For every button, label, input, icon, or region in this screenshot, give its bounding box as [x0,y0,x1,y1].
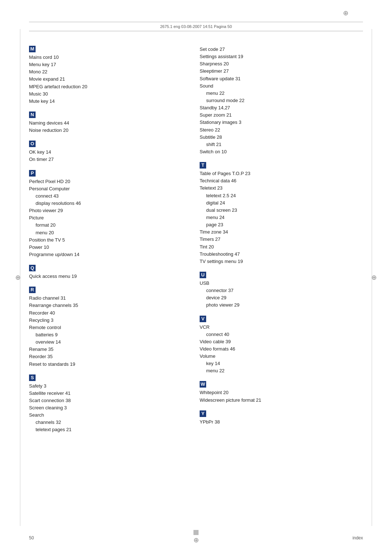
list-item: Tint 20 [200,243,363,251]
section-Q: Q Quick access menu 19 [29,265,185,280]
crosshair-right-icon: ⊕ [371,274,377,281]
list-item: batteries 9 [29,331,185,339]
list-item: Music 30 [29,90,185,98]
list-item: Screen cleaning 3 [29,404,185,412]
entries-P: Perfect Pixel HD 20 Personal Computer co… [29,178,185,259]
list-item: connect 43 [29,193,185,200]
entries-N: Naming devices 44 Noise reduction 20 [29,119,185,134]
section-R: R Radio channel 31 Rearrange channels 35… [29,287,185,368]
entries-W: Whitepoint 20 Widescreen picture format … [200,389,363,404]
entries-S-continued: Set code 27 Settings assistant 19 Sharpn… [200,46,363,155]
list-item: Time zone 34 [200,228,363,236]
left-column: M Mains cord 10 Menu key 17 Mono 22 Movi… [29,46,196,440]
footer-label: index [352,535,363,540]
list-item: photo viewer 29 [200,301,363,309]
list-item: Photo viewer 29 [29,207,185,214]
list-item: Whitepoint 20 [200,389,363,396]
page-footer: 50 index [29,535,363,540]
list-item: Satellite receiver 41 [29,390,185,397]
section-N: N Naming devices 44 Noise reduction 20 [29,112,185,134]
letter-T: T [200,162,206,169]
list-item: Set code 27 [200,46,363,53]
list-item: Perfect Pixel HD 20 [29,178,185,185]
list-item: On timer 27 [29,156,185,163]
list-item: Naming devices 44 [29,119,185,127]
entries-V: VCR connect 40 Video cable 39 Video form… [200,324,363,375]
section-S-continued: Set code 27 Settings assistant 19 Sharpn… [200,46,363,155]
list-item: device 29 [200,294,363,301]
list-item: Video cable 39 [200,338,363,345]
list-item: MPEG artefact reduction 20 [29,83,185,90]
letter-Y: Y [200,410,206,417]
list-item: Troubleshooting 47 [200,251,363,258]
section-O: O OK key 14 On timer 27 [29,141,185,163]
list-item: Sleeptimer 27 [200,68,363,75]
letter-P: P [29,170,36,177]
list-item: Settings assistant 19 [200,53,363,60]
list-item: Personal Computer [29,185,185,193]
list-item: TV settings menu 19 [200,258,363,265]
letter-N: N [29,112,36,118]
list-item: shift 21 [200,141,363,148]
list-item: Subtitle 28 [200,134,363,141]
list-item: Search [29,412,185,419]
list-item: Standby 14,27 [200,104,363,112]
list-item: Menu key 17 [29,61,185,68]
letter-O: O [29,141,36,147]
list-item: menu 22 [200,90,363,97]
list-item: Recorder 40 [29,309,185,317]
list-item: Reset to standards 19 [29,361,185,368]
page-container: ⊕ ⊕ ⊕ 2675.1 eng 03-08-2007 14:51 Pagina… [0,0,392,555]
entries-T: Table of Pages T.O.P 23 Technical data 4… [200,170,363,265]
entries-R: Radio channel 31 Rearrange channels 35 R… [29,295,185,368]
page-number: 50 [29,535,34,540]
list-item: key 14 [200,360,363,367]
list-item: Teletext 23 [200,185,363,192]
letter-R: R [29,287,36,293]
crosshair-top-icon: ⊕ [343,9,348,17]
header-text: 2675.1 eng 03-08-2007 14:51 Pagina 50 [160,24,232,29]
list-item: menu 20 [29,229,185,236]
list-item: Widescreen picture format 21 [200,397,363,404]
list-item: Recycling 3 [29,317,185,324]
list-item: format 20 [29,222,185,229]
list-item: Sharpness 20 [200,60,363,68]
list-item: page 23 [200,221,363,228]
entries-Y: YPbPr 38 [200,418,363,426]
list-item: Position the TV 5 [29,236,185,244]
list-item: Programme up/down 14 [29,251,185,258]
list-item: surround mode 22 [200,97,363,104]
list-item: Mains cord 10 [29,54,185,61]
letter-Q: Q [29,265,36,271]
letter-U: U [200,272,206,278]
list-item: Rearrange channels 35 [29,302,185,309]
list-item: Technical data 46 [200,177,363,185]
entries-S: Safety 3 Satellite receiver 41 Scart con… [29,382,185,434]
letter-V: V [200,316,206,322]
list-item: connect 40 [200,331,363,338]
letter-W: W [200,381,206,388]
list-item: Table of Pages T.O.P 23 [200,170,363,177]
list-item: Stereo 22 [200,126,363,134]
list-item: Switch on 10 [200,148,363,155]
entries-Q: Quick access menu 19 [29,273,185,280]
header-bar: 2675.1 eng 03-08-2007 14:51 Pagina 50 [29,22,363,31]
list-item: Software update 31 [200,75,363,82]
letter-S: S [29,374,36,381]
list-item: connector 37 [200,287,363,294]
section-S: S Safety 3 Satellite receiver 41 Scart c… [29,374,185,434]
section-M: M Mains cord 10 Menu key 17 Mono 22 Movi… [29,46,185,105]
list-item: channels 32 [29,419,185,426]
list-item: Remote control [29,324,185,331]
list-item: Volume [200,353,363,360]
entries-O: OK key 14 On timer 27 [29,149,185,163]
list-item: Stationary images 3 [200,119,363,126]
list-item: menu 24 [200,214,363,221]
entries-U: USB connector 37 device 29 photo viewer … [200,280,363,309]
list-item: VCR [200,324,363,331]
list-item: dual screen 23 [200,207,363,214]
content-columns: M Mains cord 10 Menu key 17 Mono 22 Movi… [29,46,363,440]
list-item: Movie expand 21 [29,76,185,83]
list-item: Video formats 46 [200,345,363,353]
list-item: Super zoom 21 [200,112,363,119]
